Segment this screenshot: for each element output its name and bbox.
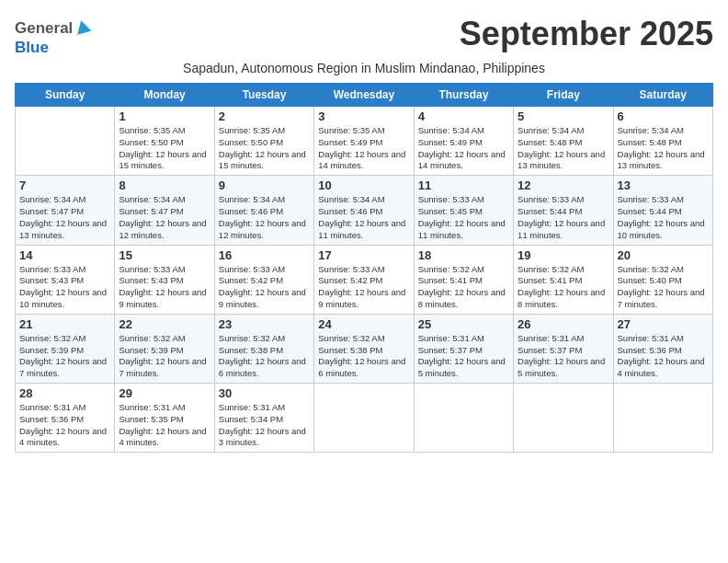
day-number: 25 xyxy=(418,317,509,331)
day-number: 18 xyxy=(418,248,509,262)
week-row-0: 1Sunrise: 5:35 AM Sunset: 5:50 PM Daylig… xyxy=(16,107,713,176)
calendar-cell xyxy=(314,384,414,453)
day-number: 29 xyxy=(119,386,210,400)
svg-marker-0 xyxy=(74,18,91,35)
day-info: Sunrise: 5:34 AM Sunset: 5:48 PM Dayligh… xyxy=(518,125,609,172)
day-info: Sunrise: 5:34 AM Sunset: 5:46 PM Dayligh… xyxy=(318,194,409,241)
day-info: Sunrise: 5:31 AM Sunset: 5:36 PM Dayligh… xyxy=(19,402,110,449)
day-number: 21 xyxy=(19,317,110,331)
day-number: 23 xyxy=(219,317,310,331)
calendar-cell xyxy=(16,107,115,176)
week-row-4: 28Sunrise: 5:31 AM Sunset: 5:36 PM Dayli… xyxy=(16,384,713,453)
calendar-cell: 2Sunrise: 5:35 AM Sunset: 5:50 PM Daylig… xyxy=(214,107,313,176)
calendar-cell xyxy=(514,384,613,453)
calendar-cell: 22Sunrise: 5:32 AM Sunset: 5:39 PM Dayli… xyxy=(115,314,214,383)
day-info: Sunrise: 5:33 AM Sunset: 5:42 PM Dayligh… xyxy=(318,264,409,311)
day-number: 3 xyxy=(318,109,409,123)
week-row-3: 21Sunrise: 5:32 AM Sunset: 5:39 PM Dayli… xyxy=(16,314,713,383)
calendar-cell: 13Sunrise: 5:33 AM Sunset: 5:44 PM Dayli… xyxy=(613,176,712,245)
day-info: Sunrise: 5:35 AM Sunset: 5:50 PM Dayligh… xyxy=(119,125,210,172)
calendar-cell: 10Sunrise: 5:34 AM Sunset: 5:46 PM Dayli… xyxy=(314,176,414,245)
day-info: Sunrise: 5:31 AM Sunset: 5:34 PM Dayligh… xyxy=(219,402,310,449)
day-number: 8 xyxy=(119,178,210,192)
day-info: Sunrise: 5:32 AM Sunset: 5:38 PM Dayligh… xyxy=(219,333,310,380)
logo-icon xyxy=(74,18,91,35)
day-number: 7 xyxy=(19,178,110,192)
day-info: Sunrise: 5:31 AM Sunset: 5:37 PM Dayligh… xyxy=(518,333,609,380)
day-number: 17 xyxy=(318,248,409,262)
col-header-tuesday: Tuesday xyxy=(214,84,313,107)
day-info: Sunrise: 5:32 AM Sunset: 5:40 PM Dayligh… xyxy=(618,264,709,311)
day-number: 22 xyxy=(119,317,210,331)
calendar-cell: 12Sunrise: 5:33 AM Sunset: 5:44 PM Dayli… xyxy=(514,176,613,245)
day-number: 30 xyxy=(219,386,310,400)
col-header-wednesday: Wednesday xyxy=(314,84,414,107)
calendar-cell: 14Sunrise: 5:33 AM Sunset: 5:43 PM Dayli… xyxy=(16,245,115,314)
header-row: SundayMondayTuesdayWednesdayThursdayFrid… xyxy=(16,84,713,107)
day-number: 9 xyxy=(219,178,310,192)
calendar-cell xyxy=(414,384,513,453)
day-number: 19 xyxy=(518,248,609,262)
day-info: Sunrise: 5:32 AM Sunset: 5:39 PM Dayligh… xyxy=(19,333,110,380)
day-number: 11 xyxy=(418,178,509,192)
calendar-cell: 19Sunrise: 5:32 AM Sunset: 5:41 PM Dayli… xyxy=(514,245,613,314)
calendar-cell: 28Sunrise: 5:31 AM Sunset: 5:36 PM Dayli… xyxy=(16,384,115,453)
day-number: 14 xyxy=(19,248,110,262)
calendar-cell: 11Sunrise: 5:33 AM Sunset: 5:45 PM Dayli… xyxy=(414,176,513,245)
week-row-1: 7Sunrise: 5:34 AM Sunset: 5:47 PM Daylig… xyxy=(16,176,713,245)
day-info: Sunrise: 5:35 AM Sunset: 5:50 PM Dayligh… xyxy=(219,125,310,172)
calendar-cell: 21Sunrise: 5:32 AM Sunset: 5:39 PM Dayli… xyxy=(16,314,115,383)
day-number: 24 xyxy=(318,317,409,331)
logo-blue: Blue xyxy=(15,39,49,56)
logo-general: General xyxy=(15,19,73,38)
col-header-sunday: Sunday xyxy=(16,84,115,107)
day-info: Sunrise: 5:32 AM Sunset: 5:41 PM Dayligh… xyxy=(418,264,509,311)
month-title: September 2025 xyxy=(460,15,713,53)
day-number: 26 xyxy=(518,317,609,331)
logo: General Blue xyxy=(15,18,91,57)
day-number: 15 xyxy=(119,248,210,262)
calendar-cell: 30Sunrise: 5:31 AM Sunset: 5:34 PM Dayli… xyxy=(214,384,313,453)
day-info: Sunrise: 5:33 AM Sunset: 5:43 PM Dayligh… xyxy=(19,264,110,311)
calendar-cell: 4Sunrise: 5:34 AM Sunset: 5:49 PM Daylig… xyxy=(414,107,513,176)
calendar-cell: 17Sunrise: 5:33 AM Sunset: 5:42 PM Dayli… xyxy=(314,245,414,314)
calendar-cell: 6Sunrise: 5:34 AM Sunset: 5:48 PM Daylig… xyxy=(613,107,712,176)
calendar-cell: 25Sunrise: 5:31 AM Sunset: 5:37 PM Dayli… xyxy=(414,314,513,383)
calendar-cell: 27Sunrise: 5:31 AM Sunset: 5:36 PM Dayli… xyxy=(613,314,712,383)
day-number: 12 xyxy=(518,178,609,192)
day-info: Sunrise: 5:33 AM Sunset: 5:44 PM Dayligh… xyxy=(518,194,609,241)
calendar-cell: 5Sunrise: 5:34 AM Sunset: 5:48 PM Daylig… xyxy=(514,107,613,176)
calendar-cell: 18Sunrise: 5:32 AM Sunset: 5:41 PM Dayli… xyxy=(414,245,513,314)
calendar-cell: 9Sunrise: 5:34 AM Sunset: 5:46 PM Daylig… xyxy=(214,176,313,245)
day-info: Sunrise: 5:32 AM Sunset: 5:41 PM Dayligh… xyxy=(518,264,609,311)
day-info: Sunrise: 5:34 AM Sunset: 5:46 PM Dayligh… xyxy=(219,194,310,241)
day-info: Sunrise: 5:31 AM Sunset: 5:35 PM Dayligh… xyxy=(119,402,210,449)
day-info: Sunrise: 5:32 AM Sunset: 5:38 PM Dayligh… xyxy=(318,333,409,380)
day-info: Sunrise: 5:33 AM Sunset: 5:45 PM Dayligh… xyxy=(418,194,509,241)
header: General Blue September 2025 xyxy=(15,15,713,57)
subtitle: Sapadun, Autonomous Region in Muslim Min… xyxy=(15,61,713,75)
day-info: Sunrise: 5:34 AM Sunset: 5:48 PM Dayligh… xyxy=(618,125,709,172)
day-number: 6 xyxy=(618,109,709,123)
day-info: Sunrise: 5:33 AM Sunset: 5:43 PM Dayligh… xyxy=(119,264,210,311)
day-info: Sunrise: 5:31 AM Sunset: 5:36 PM Dayligh… xyxy=(618,333,709,380)
calendar-cell: 23Sunrise: 5:32 AM Sunset: 5:38 PM Dayli… xyxy=(214,314,313,383)
calendar-cell: 15Sunrise: 5:33 AM Sunset: 5:43 PM Dayli… xyxy=(115,245,214,314)
day-number: 4 xyxy=(418,109,509,123)
day-info: Sunrise: 5:33 AM Sunset: 5:42 PM Dayligh… xyxy=(219,264,310,311)
calendar-cell: 8Sunrise: 5:34 AM Sunset: 5:47 PM Daylig… xyxy=(115,176,214,245)
day-number: 1 xyxy=(119,109,210,123)
calendar-cell: 29Sunrise: 5:31 AM Sunset: 5:35 PM Dayli… xyxy=(115,384,214,453)
calendar-cell: 26Sunrise: 5:31 AM Sunset: 5:37 PM Dayli… xyxy=(514,314,613,383)
col-header-thursday: Thursday xyxy=(414,84,513,107)
day-number: 16 xyxy=(219,248,310,262)
day-number: 27 xyxy=(618,317,709,331)
calendar-cell: 3Sunrise: 5:35 AM Sunset: 5:49 PM Daylig… xyxy=(314,107,414,176)
calendar-cell: 16Sunrise: 5:33 AM Sunset: 5:42 PM Dayli… xyxy=(214,245,313,314)
calendar-cell: 1Sunrise: 5:35 AM Sunset: 5:50 PM Daylig… xyxy=(115,107,214,176)
col-header-saturday: Saturday xyxy=(613,84,712,107)
day-info: Sunrise: 5:34 AM Sunset: 5:47 PM Dayligh… xyxy=(119,194,210,241)
day-info: Sunrise: 5:35 AM Sunset: 5:49 PM Dayligh… xyxy=(318,125,409,172)
calendar-cell: 20Sunrise: 5:32 AM Sunset: 5:40 PM Dayli… xyxy=(613,245,712,314)
day-number: 2 xyxy=(219,109,310,123)
